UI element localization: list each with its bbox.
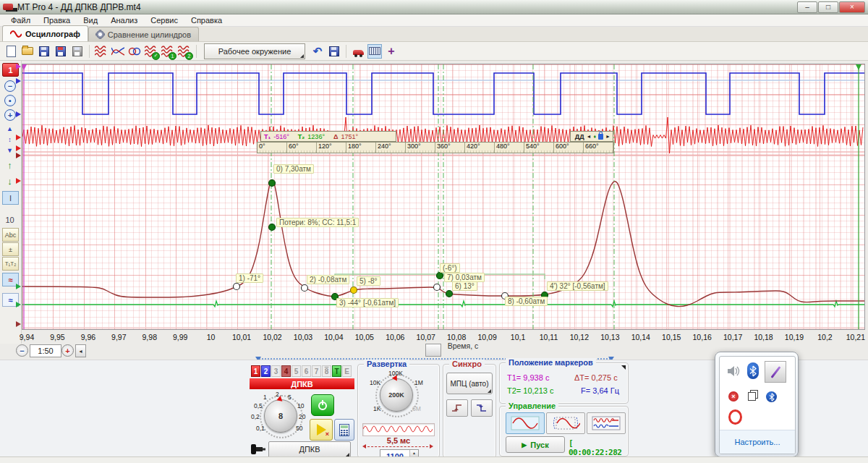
plot-scrollbar-thumb[interactable]	[425, 344, 441, 357]
export-button[interactable]	[70, 44, 85, 59]
error-status-icon[interactable]: ×	[728, 391, 739, 402]
new-file-button[interactable]	[4, 44, 18, 59]
quick-save-button[interactable]	[327, 44, 341, 59]
panel-corner-icon[interactable]	[621, 365, 626, 370]
menu-item-3[interactable]: Анализ	[104, 15, 144, 25]
channel-test-button[interactable]: ×	[310, 419, 333, 441]
degree-ruler-controls[interactable]: ДД ◄ ♦ ►	[570, 131, 613, 142]
channel-zero-marker[interactable]	[16, 153, 21, 158]
calculator-button[interactable]	[334, 419, 354, 441]
pan-mode-button[interactable]: +	[384, 44, 399, 59]
channel-zero-marker[interactable]	[16, 111, 21, 117]
ruler-left-arrow-icon[interactable]: ◄	[587, 134, 592, 139]
start-button[interactable]: ▶ Пуск	[506, 436, 565, 453]
volume-icon[interactable]	[727, 365, 740, 377]
channel-tab-1[interactable]: 1	[251, 365, 260, 377]
nav-back-button[interactable]: ◄	[75, 344, 86, 357]
waveform-preset2-button[interactable]: 2	[177, 44, 192, 59]
channel-zero-marker[interactable]	[16, 302, 21, 307]
move-down-icon[interactable]: ↓	[2, 175, 17, 187]
tray-configure-link[interactable]: Настроить...	[735, 438, 780, 446]
measure-point[interactable]	[234, 284, 240, 290]
falling-edge-button[interactable]	[471, 399, 493, 417]
channel-tab-2[interactable]: 2	[261, 365, 271, 377]
measure-point[interactable]	[446, 291, 453, 297]
lock-icon[interactable]	[598, 134, 603, 140]
save-button[interactable]	[37, 44, 51, 59]
channel-zero-marker[interactable]	[16, 321, 21, 327]
nav-zoom-in-button[interactable]: +	[61, 344, 74, 357]
view-mode-multi-button[interactable]	[587, 412, 626, 434]
waveform-check-button[interactable]: ✓	[144, 44, 158, 59]
pen-tablet-icon[interactable]	[765, 361, 786, 383]
plot-canvas[interactable]	[22, 64, 865, 330]
channel-zero-marker[interactable]	[16, 64, 21, 69]
bluetooth-adapter-icon[interactable]	[766, 391, 777, 402]
menu-item-5[interactable]: Справка	[184, 15, 229, 25]
ruler-diamond-icon[interactable]: ♦	[593, 134, 596, 139]
ruler-toggle-button[interactable]	[367, 44, 382, 59]
gain-knob[interactable]: 82150,5100,2200,150	[254, 393, 309, 438]
menu-item-4[interactable]: Сервис	[144, 15, 184, 25]
measure-point[interactable]	[269, 180, 276, 187]
channel-tab-8[interactable]: 8	[322, 365, 331, 377]
channel-zero-marker[interactable]	[16, 135, 21, 140]
spin-up-button[interactable]: ▲	[410, 450, 418, 456]
channel-tab-E[interactable]: E	[342, 365, 352, 377]
channel-tab-7[interactable]: 7	[312, 365, 321, 377]
sync-mode-dropdown[interactable]: МПЦ (авто)	[446, 373, 493, 394]
open-file-button[interactable]	[20, 44, 35, 59]
ruler-right-arrow-icon[interactable]: ►	[605, 134, 610, 139]
knob-value[interactable]: 200K	[380, 378, 413, 412]
channel-zero-marker[interactable]	[16, 78, 21, 84]
menu-item-1[interactable]: Правка	[37, 15, 77, 25]
move-up-icon[interactable]: ↑	[2, 159, 17, 171]
measure-point[interactable]	[437, 273, 443, 279]
offset-icon[interactable]: ±	[2, 242, 19, 256]
zoom-in-icon[interactable]: +	[4, 109, 16, 121]
t1t2-icon[interactable]: T₁T₂	[2, 257, 19, 271]
save-as-button[interactable]	[54, 44, 68, 59]
waveform-overlay-button[interactable]	[111, 44, 125, 59]
vehicle-button[interactable]	[351, 44, 365, 59]
view-mode-scroll-button[interactable]	[546, 412, 585, 434]
degree-ruler[interactable]: 0°60°120°180°240°300°360°420°480°540°600…	[257, 142, 614, 153]
marker-mode-icon[interactable]: I	[2, 191, 19, 205]
rising-edge-button[interactable]	[446, 399, 468, 417]
waveform-preset1-button[interactable]: 1	[161, 44, 175, 59]
fit-scale-icon[interactable]: ▪	[4, 95, 16, 106]
print-queue-icon[interactable]	[748, 392, 756, 401]
channel-power-button[interactable]	[311, 394, 334, 416]
marker-readout[interactable]: Т₁ -516° Т₂ 1236° Δ 1751°	[260, 131, 396, 142]
tab-cylinder-comparison[interactable]: Сравнение цилиндров	[88, 27, 199, 41]
knob-value[interactable]: 8	[264, 399, 297, 433]
measure-point[interactable]	[351, 287, 357, 294]
minimize-button[interactable]: –	[797, 1, 817, 13]
channel-zero-marker[interactable]	[16, 284, 21, 289]
zoom-out-icon[interactable]: −	[4, 80, 16, 92]
channel-zero-marker[interactable]	[16, 145, 21, 151]
channel-tab-T[interactable]: T	[332, 365, 341, 377]
waveform-loop-button[interactable]	[127, 44, 142, 59]
maximize-button[interactable]: □	[818, 1, 838, 13]
measure-point[interactable]	[302, 285, 308, 292]
shift-trace-down-icon[interactable]: ▼	[2, 144, 17, 156]
channel-tab-5[interactable]: 5	[292, 365, 301, 377]
opera-icon[interactable]	[728, 409, 742, 425]
labels-icon[interactable]: Abc	[2, 228, 19, 242]
menu-item-2[interactable]: Вид	[77, 15, 104, 25]
logic-levels-icon[interactable]: 10	[2, 213, 17, 226]
bluetooth-device-icon[interactable]	[747, 362, 759, 379]
undo-button[interactable]: ↶	[310, 44, 325, 59]
probe-select-dropdown[interactable]: ДПКВ	[268, 441, 351, 458]
channel-tab-3[interactable]: 3	[271, 365, 281, 377]
channel-tab-6[interactable]: 6	[302, 365, 311, 377]
menu-item-0[interactable]: Файл	[4, 15, 37, 25]
close-button[interactable]: ×	[839, 1, 865, 13]
nav-zoom-out-button[interactable]: −	[16, 344, 28, 357]
measure-point[interactable]	[269, 224, 276, 231]
sample-rate-knob[interactable]: 200K100K10K1M1K6M	[370, 372, 425, 417]
channel-tab-4[interactable]: 4	[281, 365, 291, 377]
view-mode-single-button[interactable]	[506, 412, 545, 434]
tab-oscilloscope[interactable]: Осциллограф	[2, 25, 88, 41]
